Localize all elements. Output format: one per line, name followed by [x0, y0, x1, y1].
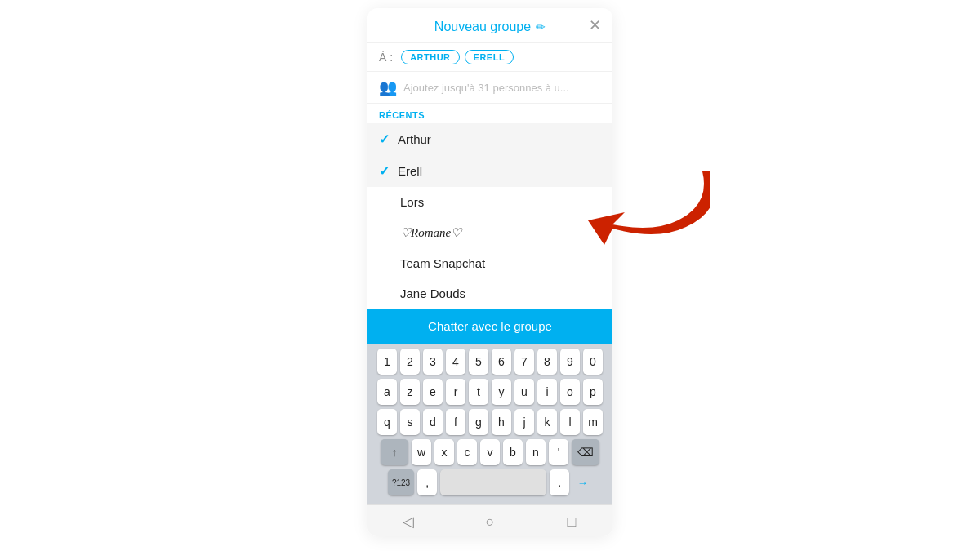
key-u[interactable]: u: [514, 379, 534, 405]
key-comma[interactable]: ,: [417, 469, 437, 495]
key-6[interactable]: 6: [492, 349, 511, 375]
key-1[interactable]: 1: [377, 349, 397, 375]
phone-modal: Nouveau groupe ✏ ✕ À : ARTHUR ERELL 👥 Aj…: [368, 8, 612, 536]
contact-item-team-snapchat[interactable]: Team Snapchat: [368, 248, 612, 278]
key-k[interactable]: k: [537, 409, 557, 435]
key-space[interactable]: [440, 469, 546, 495]
key-9[interactable]: 9: [560, 349, 580, 375]
bottom-bar: ◁ ○ □: [368, 504, 612, 536]
recents-header: RÉCENTS: [368, 104, 612, 123]
group-hint-text: Ajoutez jusqu'à 31 personnes à u...: [403, 82, 569, 94]
key-g[interactable]: g: [469, 409, 488, 435]
key-v[interactable]: v: [480, 439, 500, 465]
key-0[interactable]: 0: [583, 349, 603, 375]
key-backspace[interactable]: ⌫: [572, 439, 599, 465]
contact-name-jane-douds: Jane Douds: [400, 287, 466, 300]
key-p[interactable]: p: [583, 379, 603, 405]
keyboard: 1 2 3 4 5 6 7 8 9 0 a z e r t y u i: [368, 344, 612, 504]
keyboard-row-qsdfg: q s d f g h j k l m: [371, 409, 609, 435]
contact-item-arthur[interactable]: ✓ Arthur: [368, 123, 612, 155]
key-n[interactable]: n: [526, 439, 546, 465]
close-button[interactable]: ✕: [589, 18, 601, 33]
back-icon[interactable]: ◁: [397, 510, 420, 533]
contact-name-romane: ♡Romane♡: [400, 225, 461, 240]
key-j[interactable]: j: [514, 409, 534, 435]
key-2[interactable]: 2: [400, 349, 420, 375]
keyboard-row-numbers: 1 2 3 4 5 6 7 8 9 0: [371, 349, 609, 375]
contact-item-erell[interactable]: ✓ Erell: [368, 155, 612, 187]
key-8[interactable]: 8: [537, 349, 557, 375]
key-t[interactable]: t: [469, 379, 488, 405]
key-5[interactable]: 5: [469, 349, 488, 375]
to-field: À : ARTHUR ERELL: [368, 43, 612, 72]
chip-erell[interactable]: ERELL: [465, 50, 514, 64]
contact-name-erell: Erell: [398, 164, 422, 178]
modal-title: Nouveau groupe ✏: [434, 20, 546, 34]
contact-item-romane[interactable]: ♡Romane♡: [368, 217, 612, 248]
key-f[interactable]: f: [446, 409, 466, 435]
recents-icon[interactable]: □: [560, 510, 583, 533]
key-h[interactable]: h: [492, 409, 511, 435]
key-s[interactable]: s: [400, 409, 420, 435]
key-x[interactable]: x: [434, 439, 454, 465]
key-symbol[interactable]: ?123: [388, 469, 414, 495]
key-o[interactable]: o: [560, 379, 580, 405]
home-icon[interactable]: ○: [479, 510, 501, 533]
group-icon: 👥: [379, 78, 397, 96]
key-b[interactable]: b: [503, 439, 523, 465]
key-z[interactable]: z: [400, 379, 420, 405]
key-i[interactable]: i: [537, 379, 557, 405]
key-c[interactable]: c: [457, 439, 477, 465]
group-hint: 👥 Ajoutez jusqu'à 31 personnes à u...: [368, 72, 612, 104]
contact-name-arthur: Arthur: [398, 132, 431, 146]
key-r[interactable]: r: [446, 379, 466, 405]
edit-icon[interactable]: ✏: [536, 20, 546, 33]
key-q[interactable]: q: [377, 409, 397, 435]
key-l[interactable]: l: [560, 409, 580, 435]
key-shift[interactable]: ↑: [381, 439, 408, 465]
contact-name-team-snapchat: Team Snapchat: [400, 256, 485, 270]
key-d[interactable]: d: [423, 409, 443, 435]
contact-name-lors: Lors: [400, 195, 424, 209]
keyboard-row-azerty: a z e r t y u i o p: [371, 379, 609, 405]
key-3[interactable]: 3: [423, 349, 443, 375]
modal-header: Nouveau groupe ✏ ✕: [368, 8, 612, 43]
contact-item-jane-douds[interactable]: Jane Douds: [368, 278, 612, 309]
key-y[interactable]: y: [492, 379, 511, 405]
title-text: Nouveau groupe: [434, 20, 531, 34]
chip-arthur[interactable]: ARTHUR: [401, 50, 459, 64]
chat-button[interactable]: Chatter avec le groupe: [368, 309, 612, 344]
keyboard-row-wxcvbn: ↑ w x c v b n ' ⌫: [371, 439, 609, 465]
contact-item-lors[interactable]: Lors: [368, 187, 612, 217]
check-icon-erell: ✓: [379, 163, 390, 179]
check-icon-arthur: ✓: [379, 131, 390, 147]
keyboard-row-bottom: ?123 , . →: [371, 469, 609, 495]
page-container: Nouveau groupe ✏ ✕ À : ARTHUR ERELL 👥 Aj…: [0, 0, 980, 551]
key-apostrophe[interactable]: ': [549, 439, 568, 465]
key-period[interactable]: .: [550, 469, 569, 495]
key-7[interactable]: 7: [514, 349, 534, 375]
to-label: À :: [379, 51, 393, 64]
key-4[interactable]: 4: [446, 349, 466, 375]
key-m[interactable]: m: [583, 409, 603, 435]
key-a[interactable]: a: [377, 379, 397, 405]
key-return[interactable]: →: [572, 469, 592, 495]
key-e[interactable]: e: [423, 379, 443, 405]
key-w[interactable]: w: [412, 439, 431, 465]
